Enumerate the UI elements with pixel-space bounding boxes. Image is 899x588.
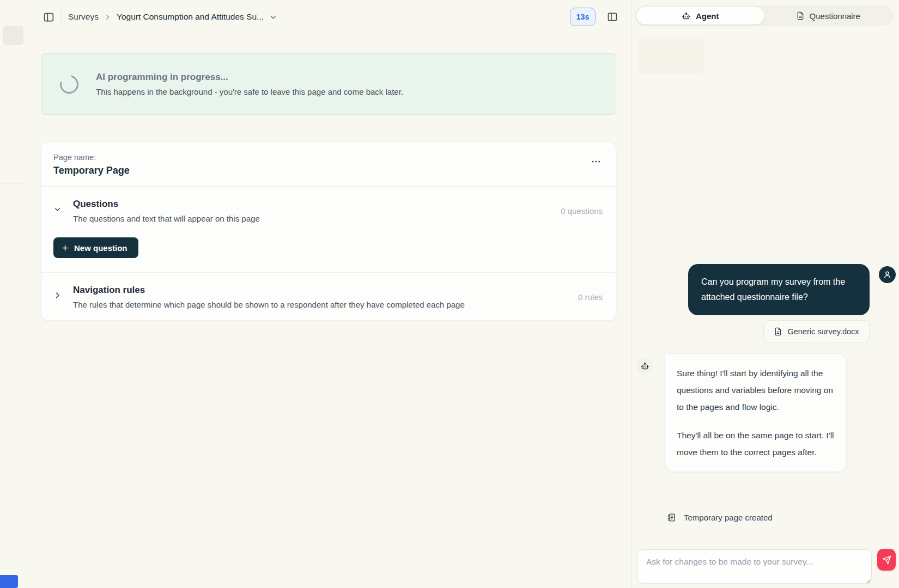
chevron-right-icon [53, 291, 62, 309]
timer-badge: 13s [570, 8, 596, 26]
page-card: Page name: Temporary Page Questions The … [41, 142, 616, 321]
banner-subtitle: This happens in the background - you're … [96, 87, 403, 96]
agent-message-paragraph: They'll all be on the same page to start… [677, 427, 835, 461]
chevron-right-icon [104, 14, 111, 21]
breadcrumb-current-survey[interactable]: Yogurt Consumption and Attitudes Su... [117, 12, 277, 22]
ai-progress-banner: AI programming in progress... This happe… [41, 53, 616, 115]
new-question-label: New question [74, 243, 127, 253]
blue-marker [0, 575, 18, 588]
tab-questionnaire-label: Questionnaire [810, 11, 860, 21]
attachment-chip[interactable]: Generic survey.docx [763, 320, 870, 342]
user-message-bubble: Can you program my survey from the attac… [688, 264, 870, 315]
chat-composer [632, 542, 899, 588]
chat-panel-header: Agent Questionnaire [632, 0, 899, 34]
plus-icon [61, 244, 69, 252]
banner-text: AI programming in progress... This happe… [96, 72, 403, 96]
spinner-icon [57, 71, 82, 96]
questions-description: The questions and text that will appear … [73, 214, 260, 223]
agent-message-paragraph: Sure thing! I'll start by identifying al… [677, 365, 835, 415]
status-text: Temporary page created [684, 513, 773, 522]
agent-chat-panel: Agent Questionnaire Can you program my s… [631, 0, 899, 588]
person-icon [883, 270, 892, 279]
navigation-count: 0 rules [578, 292, 603, 302]
navigation-title: Navigation rules [73, 285, 465, 296]
robot-icon [682, 11, 691, 21]
tab-agent[interactable]: Agent [636, 7, 764, 24]
banner-title: AI programming in progress... [96, 72, 403, 83]
breadcrumb-surveys-link[interactable]: Surveys [68, 12, 99, 22]
left-rail [0, 0, 27, 588]
questions-title: Questions [73, 199, 260, 210]
page-card-header: Page name: Temporary Page [41, 142, 616, 187]
questions-section: Questions The questions and text that wi… [41, 187, 616, 272]
navigation-rules-section: Navigation rules The rules that determin… [41, 272, 616, 320]
tab-agent-label: Agent [696, 11, 719, 21]
survey-title: Yogurt Consumption and Attitudes Su... [117, 12, 264, 22]
page-name-value: Temporary Page [53, 165, 603, 176]
status-row: Temporary page created [667, 513, 773, 522]
new-question-button[interactable]: New question [53, 237, 138, 258]
document-icon [796, 11, 805, 20]
chevron-down-icon [53, 205, 62, 223]
app-canvas: Surveys Yogurt Consumption and Attitudes… [0, 0, 899, 588]
questions-collapse-toggle[interactable] [53, 199, 73, 223]
chat-message-list: Can you program my survey from the attac… [632, 34, 899, 542]
page-options-button[interactable] [591, 156, 602, 167]
attachment-name: Generic survey.docx [787, 327, 859, 336]
panel-left-icon [43, 11, 54, 23]
sidebar-toggle-button[interactable] [39, 8, 58, 26]
right-panel-toggle-button[interactable] [603, 8, 622, 26]
robot-icon [640, 362, 649, 371]
send-button[interactable] [877, 549, 896, 571]
chevron-down-icon [269, 13, 277, 21]
ellipsis-icon [591, 156, 602, 167]
paper-plane-icon [882, 555, 891, 565]
panel-right-icon [607, 11, 618, 22]
questions-count: 0 questions [561, 206, 603, 216]
document-icon [774, 327, 782, 336]
journal-icon [667, 513, 676, 522]
main-header: Surveys Yogurt Consumption and Attitudes… [27, 0, 631, 34]
user-avatar [879, 266, 896, 283]
agent-message-bubble: Sure thing! I'll start by identifying al… [665, 353, 847, 472]
page-name-label: Page name: [53, 153, 603, 162]
breadcrumb: Surveys Yogurt Consumption and Attitudes… [68, 12, 277, 22]
header-right-group: 13s [570, 8, 631, 26]
panel-tab-group: Agent Questionnaire [635, 5, 894, 26]
header-separator [61, 9, 62, 25]
navigation-collapse-toggle[interactable] [53, 285, 73, 309]
agent-avatar [636, 358, 653, 374]
rail-divider [0, 183, 27, 183]
tab-questionnaire[interactable]: Questionnaire [764, 7, 892, 24]
rail-skeleton-block [3, 26, 23, 45]
chat-input[interactable] [637, 549, 872, 584]
navigation-description: The rules that determine which page shou… [73, 300, 465, 309]
